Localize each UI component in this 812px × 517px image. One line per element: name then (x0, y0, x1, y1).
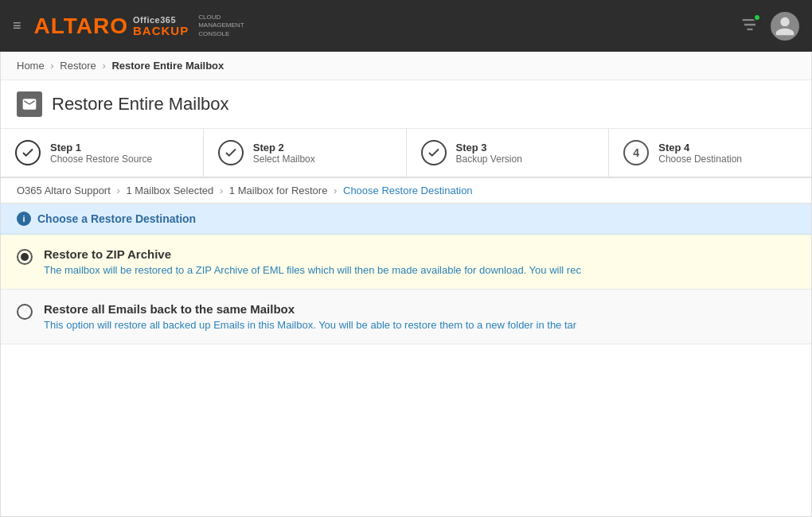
navbar: ≡ ALTARO Office365 BACKUP CLOUD MANAGEME… (0, 0, 812, 52)
option-zip-content: Restore to ZIP Archive The mailbox will … (44, 247, 581, 276)
step-2[interactable]: Step 2 Select Mailbox (204, 129, 407, 177)
altaro-logo-text: ALTARO (34, 14, 129, 39)
option-zip-title: Restore to ZIP Archive (44, 247, 581, 261)
main-content: Home › Restore › Restore Entire Mailbox … (0, 52, 812, 517)
navbar-right (739, 12, 799, 41)
option-same-title: Restore all Emails back to the same Mail… (44, 302, 576, 316)
section-header: i Choose a Restore Destination (1, 204, 811, 235)
sub-bc-org: O365 Altaro Support (17, 185, 111, 196)
step-1[interactable]: Step 1 Choose Restore Source (1, 129, 204, 177)
step-1-circle (15, 140, 41, 165)
hamburger-icon[interactable]: ≡ (13, 17, 21, 34)
notifications-icon[interactable] (739, 14, 761, 39)
option-zip-desc: The mailbox will be restored to a ZIP Ar… (44, 264, 581, 276)
sub-bc-mailboxes: 1 Mailbox Selected (126, 185, 213, 196)
mailbox-icon (17, 91, 42, 117)
info-icon: i (17, 212, 31, 226)
step-2-sublabel: Select Mailbox (253, 154, 315, 165)
sub-bc-current: Choose Restore Destination (343, 185, 473, 196)
step-4-info: Step 4 Choose Destination (658, 142, 742, 165)
step-3[interactable]: Step 3 Backup Version (407, 129, 610, 177)
step-3-circle (421, 140, 447, 165)
logo-backup-area: Office365 BACKUP (133, 16, 189, 37)
step-4-sublabel: Choose Destination (658, 154, 742, 165)
breadcrumb-restore[interactable]: Restore (60, 60, 96, 72)
option-same-mailbox[interactable]: Restore all Emails back to the same Mail… (1, 290, 811, 344)
breadcrumb-sep-1: › (50, 60, 53, 72)
breadcrumb-current: Restore Entire Mailbox (111, 60, 224, 72)
step-4-label: Step 4 (658, 142, 742, 154)
option-same-desc: This option will restore all backed up E… (44, 319, 576, 331)
page-title-bar: Restore Entire Mailbox (1, 80, 811, 129)
step-2-label: Step 2 (253, 142, 315, 154)
step-3-label: Step 3 (456, 142, 522, 154)
step-2-circle (218, 140, 244, 165)
step-1-sublabel: Choose Restore Source (50, 154, 152, 165)
step-1-info: Step 1 Choose Restore Source (50, 142, 152, 165)
cloud-management-text: CLOUD MANAGEMENT CONSOLE (198, 14, 244, 38)
navbar-left: ≡ ALTARO Office365 BACKUP CLOUD MANAGEME… (13, 14, 244, 39)
step-1-label: Step 1 (50, 142, 152, 154)
step-3-info: Step 3 Backup Version (456, 142, 522, 165)
page-title: Restore Entire Mailbox (52, 94, 229, 115)
option-same-content: Restore all Emails back to the same Mail… (44, 302, 576, 331)
step-3-sublabel: Backup Version (456, 154, 522, 165)
logo-area: ALTARO Office365 BACKUP CLOUD MANAGEMENT… (34, 14, 244, 39)
radio-zip[interactable] (17, 249, 33, 265)
breadcrumb-sep-2: › (102, 60, 105, 72)
step-4-circle: 4 (623, 140, 649, 165)
radio-same[interactable] (17, 304, 33, 320)
sub-breadcrumb: O365 Altaro Support › 1 Mailbox Selected… (1, 178, 811, 204)
breadcrumb-home[interactable]: Home (17, 60, 45, 72)
office365-label: Office365 (133, 16, 189, 25)
section-header-title: Choose a Restore Destination (37, 212, 196, 225)
step-4[interactable]: 4 Step 4 Choose Destination (609, 129, 811, 177)
user-avatar[interactable] (771, 12, 799, 41)
backup-label: BACKUP (133, 25, 189, 37)
notification-dot (753, 14, 761, 21)
option-zip-archive[interactable]: Restore to ZIP Archive The mailbox will … (1, 235, 811, 290)
step-2-info: Step 2 Select Mailbox (253, 142, 315, 165)
sub-bc-restore: 1 Mailbox for Restore (229, 185, 328, 196)
breadcrumb: Home › Restore › Restore Entire Mailbox (1, 52, 811, 80)
steps-bar: Step 1 Choose Restore Source Step 2 Sele… (1, 129, 811, 178)
